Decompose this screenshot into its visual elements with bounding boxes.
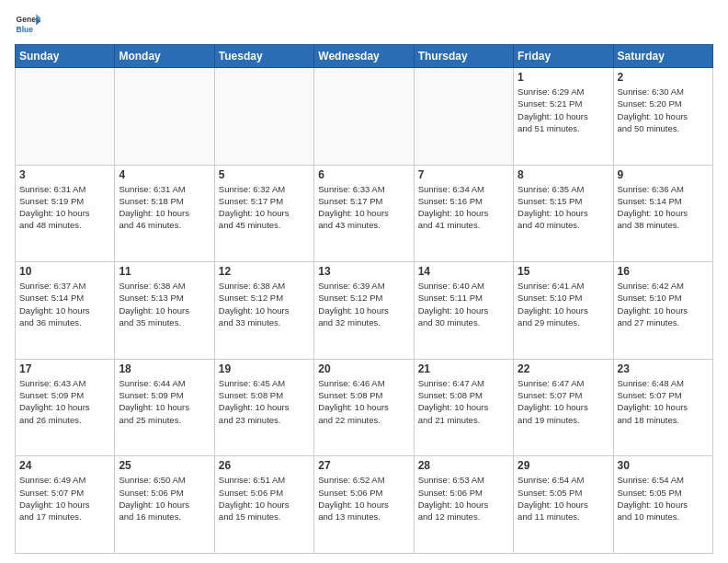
page: General Blue SundayMondayTuesdayWednesda… [0,0,728,563]
day-number: 8 [518,168,609,181]
cell-info: Sunrise: 6:30 AM Sunset: 5:20 PM Dayligh… [618,86,709,134]
calendar-cell: 15Sunrise: 6:41 AM Sunset: 5:10 PM Dayli… [514,262,613,360]
calendar-cell: 6Sunrise: 6:33 AM Sunset: 5:17 PM Daylig… [314,165,414,262]
calendar-cell: 2Sunrise: 6:30 AM Sunset: 5:20 PM Daylig… [613,68,712,166]
calendar-cell: 20Sunrise: 6:46 AM Sunset: 5:08 PM Dayli… [314,359,414,456]
calendar-cell: 25Sunrise: 6:50 AM Sunset: 5:06 PM Dayli… [115,456,214,554]
day-number: 28 [418,459,509,472]
calendar-cell: 23Sunrise: 6:48 AM Sunset: 5:07 PM Dayli… [613,359,712,456]
calendar-cell: 26Sunrise: 6:51 AM Sunset: 5:06 PM Dayli… [214,456,313,554]
day-number: 15 [518,265,609,278]
calendar-week-row: 17Sunrise: 6:43 AM Sunset: 5:09 PM Dayli… [16,359,713,456]
cell-info: Sunrise: 6:46 AM Sunset: 5:08 PM Dayligh… [318,377,409,426]
day-number: 30 [618,459,709,472]
day-number: 3 [19,168,110,181]
calendar-cell: 7Sunrise: 6:34 AM Sunset: 5:16 PM Daylig… [414,165,513,262]
cell-info: Sunrise: 6:49 AM Sunset: 5:07 PM Dayligh… [19,474,110,523]
cell-info: Sunrise: 6:37 AM Sunset: 5:14 PM Dayligh… [19,280,110,328]
calendar-cell [16,68,115,166]
day-number: 7 [418,168,509,181]
weekday-header-row: SundayMondayTuesdayWednesdayThursdayFrid… [16,45,713,68]
calendar-cell: 18Sunrise: 6:44 AM Sunset: 5:09 PM Dayli… [115,359,214,456]
calendar-cell: 22Sunrise: 6:47 AM Sunset: 5:07 PM Dayli… [514,359,613,456]
day-number: 10 [19,265,110,278]
cell-info: Sunrise: 6:38 AM Sunset: 5:12 PM Dayligh… [219,280,310,328]
day-number: 2 [618,71,709,84]
cell-info: Sunrise: 6:44 AM Sunset: 5:09 PM Dayligh… [119,377,210,426]
day-number: 21 [418,362,509,375]
calendar-cell: 3Sunrise: 6:31 AM Sunset: 5:19 PM Daylig… [16,165,115,262]
weekday-header-tuesday: Tuesday [214,45,313,68]
calendar-cell: 19Sunrise: 6:45 AM Sunset: 5:08 PM Dayli… [214,359,313,456]
day-number: 16 [618,265,709,278]
cell-info: Sunrise: 6:45 AM Sunset: 5:08 PM Dayligh… [219,377,310,426]
calendar-cell [314,68,414,166]
weekday-header-saturday: Saturday [613,45,712,68]
day-number: 24 [19,459,110,472]
weekday-header-monday: Monday [115,45,214,68]
calendar-week-row: 3Sunrise: 6:31 AM Sunset: 5:19 PM Daylig… [16,165,713,262]
cell-info: Sunrise: 6:31 AM Sunset: 5:18 PM Dayligh… [119,183,210,232]
day-number: 4 [119,168,210,181]
weekday-header-friday: Friday [514,45,613,68]
calendar-cell: 16Sunrise: 6:42 AM Sunset: 5:10 PM Dayli… [613,262,712,360]
logo: General Blue [15,11,40,37]
day-number: 11 [119,265,210,278]
calendar-cell: 4Sunrise: 6:31 AM Sunset: 5:18 PM Daylig… [115,165,214,262]
day-number: 6 [318,168,409,181]
cell-info: Sunrise: 6:52 AM Sunset: 5:06 PM Dayligh… [318,474,409,523]
cell-info: Sunrise: 6:31 AM Sunset: 5:19 PM Dayligh… [19,183,110,232]
cell-info: Sunrise: 6:40 AM Sunset: 5:11 PM Dayligh… [418,280,509,328]
cell-info: Sunrise: 6:42 AM Sunset: 5:10 PM Dayligh… [618,280,709,328]
calendar-cell [214,68,313,166]
cell-info: Sunrise: 6:43 AM Sunset: 5:09 PM Dayligh… [19,377,110,426]
day-number: 22 [518,362,609,375]
cell-info: Sunrise: 6:33 AM Sunset: 5:17 PM Dayligh… [318,183,409,232]
calendar-cell: 30Sunrise: 6:54 AM Sunset: 5:05 PM Dayli… [613,456,712,554]
calendar-table: SundayMondayTuesdayWednesdayThursdayFrid… [15,44,713,554]
calendar-cell: 10Sunrise: 6:37 AM Sunset: 5:14 PM Dayli… [16,262,115,360]
day-number: 5 [219,168,310,181]
calendar-week-row: 1Sunrise: 6:29 AM Sunset: 5:21 PM Daylig… [16,68,713,166]
day-number: 12 [219,265,310,278]
weekday-header-wednesday: Wednesday [314,45,414,68]
calendar-cell: 11Sunrise: 6:38 AM Sunset: 5:13 PM Dayli… [115,262,214,360]
cell-info: Sunrise: 6:53 AM Sunset: 5:06 PM Dayligh… [418,474,509,523]
day-number: 9 [618,168,709,181]
general-blue-logo-icon: General Blue [15,11,40,37]
cell-info: Sunrise: 6:35 AM Sunset: 5:15 PM Dayligh… [518,183,609,232]
calendar-cell: 14Sunrise: 6:40 AM Sunset: 5:11 PM Dayli… [414,262,513,360]
day-number: 17 [19,362,110,375]
day-number: 25 [119,459,210,472]
day-number: 13 [318,265,409,278]
calendar-week-row: 10Sunrise: 6:37 AM Sunset: 5:14 PM Dayli… [16,262,713,360]
svg-text:Blue: Blue [17,25,34,34]
day-number: 29 [518,459,609,472]
cell-info: Sunrise: 6:50 AM Sunset: 5:06 PM Dayligh… [119,474,210,523]
calendar-week-row: 24Sunrise: 6:49 AM Sunset: 5:07 PM Dayli… [16,456,713,554]
calendar-cell: 24Sunrise: 6:49 AM Sunset: 5:07 PM Dayli… [16,456,115,554]
cell-info: Sunrise: 6:29 AM Sunset: 5:21 PM Dayligh… [518,86,609,134]
calendar-cell: 29Sunrise: 6:54 AM Sunset: 5:05 PM Dayli… [514,456,613,554]
calendar-cell: 13Sunrise: 6:39 AM Sunset: 5:12 PM Dayli… [314,262,414,360]
cell-info: Sunrise: 6:32 AM Sunset: 5:17 PM Dayligh… [219,183,310,232]
weekday-header-thursday: Thursday [414,45,513,68]
cell-info: Sunrise: 6:39 AM Sunset: 5:12 PM Dayligh… [318,280,409,328]
cell-info: Sunrise: 6:54 AM Sunset: 5:05 PM Dayligh… [518,474,609,523]
cell-info: Sunrise: 6:38 AM Sunset: 5:13 PM Dayligh… [119,280,210,328]
calendar-cell: 28Sunrise: 6:53 AM Sunset: 5:06 PM Dayli… [414,456,513,554]
cell-info: Sunrise: 6:41 AM Sunset: 5:10 PM Dayligh… [518,280,609,328]
calendar-cell: 5Sunrise: 6:32 AM Sunset: 5:17 PM Daylig… [214,165,313,262]
cell-info: Sunrise: 6:34 AM Sunset: 5:16 PM Dayligh… [418,183,509,232]
cell-info: Sunrise: 6:47 AM Sunset: 5:08 PM Dayligh… [418,377,509,426]
calendar-cell [414,68,513,166]
day-number: 1 [518,71,609,84]
cell-info: Sunrise: 6:36 AM Sunset: 5:14 PM Dayligh… [618,183,709,232]
day-number: 27 [318,459,409,472]
calendar-cell [115,68,214,166]
day-number: 23 [618,362,709,375]
cell-info: Sunrise: 6:47 AM Sunset: 5:07 PM Dayligh… [518,377,609,426]
cell-info: Sunrise: 6:48 AM Sunset: 5:07 PM Dayligh… [618,377,709,426]
day-number: 26 [219,459,310,472]
cell-info: Sunrise: 6:51 AM Sunset: 5:06 PM Dayligh… [219,474,310,523]
